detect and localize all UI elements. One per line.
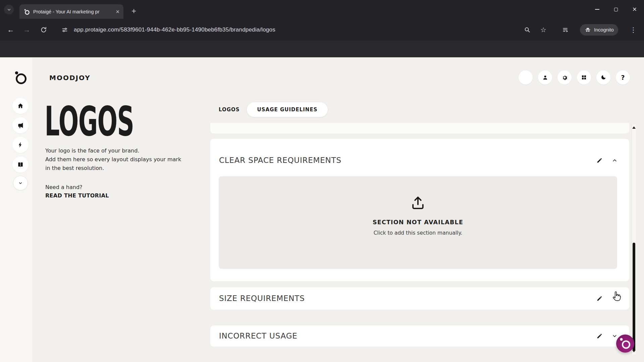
empty-section-dropzone[interactable]: SECTION NOT AVAILABLE Click to add this … — [219, 176, 617, 269]
moodjoy-logo-icon — [13, 70, 28, 85]
pencil-icon — [596, 333, 603, 339]
previous-section-partial — [210, 123, 629, 133]
chevron-down-icon — [7, 7, 11, 12]
menu-dots-icon[interactable]: ⋮ — [627, 23, 640, 37]
book-icon — [17, 161, 24, 168]
sidebar-item-campaigns[interactable] — [12, 117, 29, 133]
sidebar-item-brandpedia[interactable] — [12, 157, 29, 173]
assistant-fab-button[interactable] — [616, 335, 634, 353]
back-button[interactable]: ← — [4, 23, 17, 37]
new-tab-button[interactable]: + — [128, 5, 140, 17]
forward-button[interactable]: → — [20, 23, 34, 37]
close-button[interactable]: × — [625, 0, 644, 19]
playlist-icon — [562, 26, 569, 34]
edit-section-button[interactable] — [593, 154, 606, 167]
magnifier-icon — [524, 26, 531, 33]
queue-button[interactable] — [559, 23, 572, 37]
protaige-favicon — [23, 8, 30, 15]
brand-name: MOODJOY — [49, 74, 91, 82]
chevron-down-icon — [18, 180, 23, 186]
app-page: MOODJOY ? LOGOS Your logo is the face — [0, 57, 644, 362]
home-icon — [17, 103, 24, 109]
reload-icon — [40, 26, 47, 33]
zoom-button[interactable] — [521, 23, 534, 37]
window-controls: × — [588, 0, 644, 19]
section-title: SIZE REQUIREMENTS — [219, 294, 305, 303]
url-bar[interactable]: app.protaige.com/583f9601-944b-462e-bb95… — [74, 26, 275, 33]
maximize-button[interactable] — [606, 0, 625, 19]
read-tutorial-link[interactable]: READ THE TUTORIAL — [45, 192, 109, 199]
browser-tab[interactable]: Protaigé - Your AI marketing pr × — [19, 4, 123, 19]
pencil-icon — [596, 157, 603, 164]
help-prompt: Need a hand? — [45, 184, 83, 190]
collapse-section-button[interactable] — [608, 154, 621, 167]
incognito-badge[interactable]: Incognito — [580, 24, 618, 36]
section-size-requirements: SIZE REQUIREMENTS — [210, 287, 629, 310]
sidebar-item-home[interactable] — [12, 98, 29, 114]
page-description: Your logo is the face of your brand. Add… — [45, 146, 181, 173]
section-title: INCORRECT USAGE — [219, 331, 298, 340]
protaige-logo-icon — [616, 335, 634, 353]
scrollbar-up-arrow[interactable] — [632, 126, 636, 129]
edit-section-button[interactable] — [593, 329, 606, 343]
edit-section-button[interactable] — [593, 292, 606, 305]
minimize-button[interactable] — [588, 0, 606, 19]
pencil-icon — [596, 295, 603, 302]
sidebar-expand-button[interactable] — [13, 176, 28, 190]
site-info-button[interactable] — [59, 24, 70, 36]
description-line: in the best resolution. — [45, 164, 181, 173]
tab-title: Protaigé - Your AI marketing pr — [33, 9, 113, 14]
incognito-label: Incognito — [594, 27, 614, 33]
page-title: LOGOS — [45, 101, 134, 142]
section-title: CLEAR SPACE REQUIREMENTS — [219, 156, 341, 165]
upload-icon — [410, 195, 426, 211]
chevron-up-icon — [612, 158, 618, 163]
megaphone-icon — [17, 122, 24, 129]
reload-button[interactable] — [37, 23, 50, 37]
maximize-icon — [614, 8, 618, 11]
section-clear-space: CLEAR SPACE REQUIREMENTS SECTION NOT AVA… — [210, 139, 629, 281]
main-content: LOGOS USAGE GUIDELINES CLEAR SPACE REQUI… — [210, 57, 629, 362]
tab-usage-guidelines[interactable]: USAGE GUIDELINES — [247, 102, 328, 117]
tab-logos[interactable]: LOGOS — [219, 107, 240, 113]
cursor-pointer — [612, 291, 623, 302]
minimize-icon — [595, 9, 599, 10]
description-line: Add them here so every layout displays y… — [45, 155, 181, 164]
sidebar-item-quick-actions[interactable] — [12, 137, 29, 153]
browser-chrome: Protaigé - Your AI marketing pr × + × ← … — [0, 0, 644, 57]
section-incorrect-usage: INCORRECT USAGE — [210, 325, 629, 347]
scrollbar[interactable] — [632, 124, 636, 354]
site-settings-icon — [61, 26, 68, 33]
tab-close-icon[interactable]: × — [116, 9, 119, 15]
tab-usage-guidelines-label: USAGE GUIDELINES — [257, 107, 318, 113]
description-line: Your logo is the face of your brand. — [45, 146, 181, 155]
lightning-icon — [17, 141, 24, 148]
bookmarks-strip — [0, 41, 644, 57]
tab-search-button[interactable] — [4, 5, 14, 14]
empty-state-subtitle: Click to add this section manually. — [374, 230, 463, 236]
empty-state-title: SECTION NOT AVAILABLE — [373, 219, 463, 226]
incognito-icon — [584, 26, 591, 34]
bookmark-star-icon[interactable]: ☆ — [537, 23, 550, 37]
